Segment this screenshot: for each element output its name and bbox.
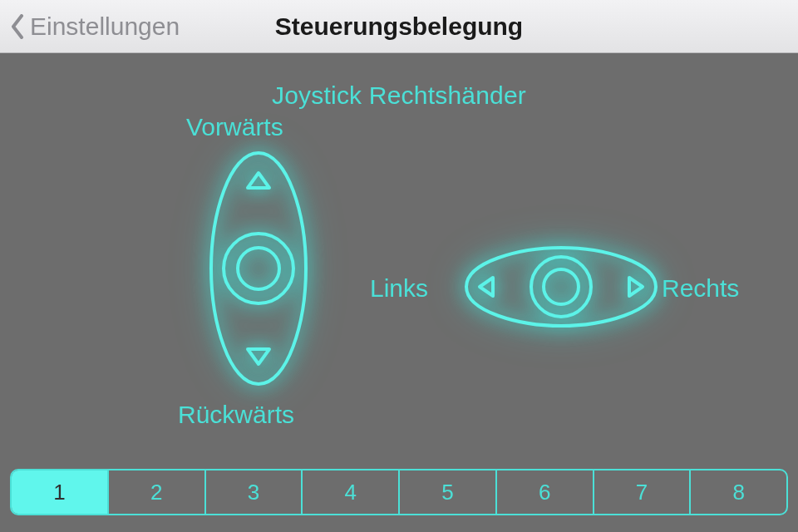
page-option-7[interactable]: 7 bbox=[594, 470, 692, 514]
page-title: Steuerungsbelegung bbox=[275, 12, 523, 41]
label-right: Rechts bbox=[662, 274, 739, 303]
svg-point-3 bbox=[544, 269, 579, 304]
label-left: Links bbox=[370, 274, 428, 303]
control-scheme-name: Joystick Rechtshänder bbox=[272, 81, 526, 110]
back-button[interactable]: Einstellungen bbox=[10, 12, 180, 41]
joystick-horizontal[interactable] bbox=[461, 241, 661, 336]
page-option-6[interactable]: 6 bbox=[497, 470, 594, 514]
chevron-left-icon bbox=[10, 14, 25, 39]
page-option-8[interactable]: 8 bbox=[691, 470, 786, 514]
svg-point-1 bbox=[238, 248, 279, 289]
main-content: Joystick Rechtshänder Vorwärts Rückwärts… bbox=[0, 53, 798, 532]
page-selector: 12345678 bbox=[10, 469, 788, 515]
page-option-3[interactable]: 3 bbox=[206, 470, 303, 514]
label-backward: Rückwärts bbox=[178, 401, 294, 429]
page-option-5[interactable]: 5 bbox=[400, 470, 497, 514]
svg-point-2 bbox=[531, 257, 591, 317]
navigation-bar: Einstellungen Steuerungsbelegung bbox=[0, 0, 798, 53]
page-option-1[interactable]: 1 bbox=[12, 470, 109, 514]
joystick-vertical[interactable] bbox=[204, 148, 313, 392]
label-forward: Vorwärts bbox=[186, 113, 283, 141]
page-option-4[interactable]: 4 bbox=[303, 470, 400, 514]
svg-point-0 bbox=[224, 234, 293, 303]
back-label: Einstellungen bbox=[30, 12, 180, 41]
page-option-2[interactable]: 2 bbox=[109, 470, 206, 514]
